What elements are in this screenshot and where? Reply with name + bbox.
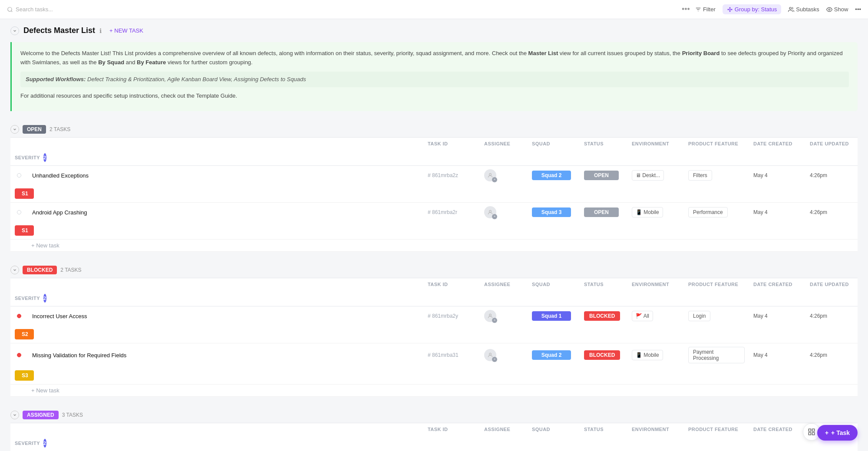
avatar[interactable] [484, 310, 496, 322]
search-input[interactable]: Search tasks... [16, 6, 53, 13]
task-name: Unhandled Exceptions [32, 172, 89, 179]
table-row[interactable]: Android App Crashing # 861mrba2r Squad 3… [10, 203, 858, 240]
more-options-icon[interactable]: ••• [682, 5, 690, 14]
task-id-cell: # 861mrba2y [423, 309, 480, 323]
squad-badge: Squad 3 [532, 207, 571, 217]
collapse-toggle[interactable] [10, 26, 19, 35]
environment-cell[interactable]: 🚩 All [627, 307, 684, 325]
environment-cell[interactable]: 📱 Mobile [627, 346, 684, 364]
table-header-assigned: TASK ID ASSIGNEE SQUAD STATUS ENVIRONMEN… [10, 423, 858, 451]
by-squad-link[interactable]: By Squad [98, 59, 124, 66]
environment-badge: 📱 Mobile [632, 207, 663, 217]
task-name-cell[interactable]: Unhandled Exceptions [28, 169, 423, 182]
table-row[interactable]: Unhandled Exceptions # 861mrba2z Squad 2… [10, 166, 858, 203]
feature-cell[interactable]: Filters [684, 167, 749, 184]
col-task [28, 138, 423, 150]
floating-task-button[interactable]: + + Task [817, 425, 858, 441]
group-count-assigned: 3 TASKS [62, 412, 83, 418]
date-created: May 4 [753, 209, 768, 215]
date-created: May 4 [753, 352, 768, 358]
status-badge: OPEN [584, 207, 619, 217]
col-severity: SEVERITY 2 [10, 290, 28, 306]
svg-point-14 [489, 353, 492, 356]
squad-cell[interactable]: Squad 3 [528, 204, 580, 221]
severity-badge: S1 [15, 225, 34, 236]
filter-button[interactable]: Filter [695, 6, 716, 13]
date-updated-cell: 4:26pm [805, 169, 858, 182]
svg-point-8 [731, 9, 732, 10]
col-assignee: ASSIGNEE [480, 138, 528, 150]
squad-badge: Squad 2 [532, 171, 571, 180]
task-name-cell[interactable]: Android App Crashing [28, 206, 423, 219]
environment-badge: 📱 Mobile [632, 350, 663, 360]
feature-badge: Filters [688, 170, 712, 181]
environment-badge: 🚩 All [632, 311, 653, 321]
col-assignee: ASSIGNEE [480, 423, 528, 435]
svg-point-5 [729, 7, 730, 8]
status-cell[interactable]: BLOCKED [580, 308, 627, 324]
group-toggle-blocked[interactable] [10, 266, 19, 274]
task-checkbox[interactable] [10, 349, 28, 361]
task-id-cell: # 861mrba2z [423, 169, 480, 182]
avatar[interactable] [484, 169, 496, 181]
date-created-cell: May 4 [749, 169, 805, 182]
col-status: STATUS [580, 138, 627, 150]
feature-cell[interactable]: Payment Processing [684, 343, 749, 367]
assignee-cell[interactable] [480, 346, 528, 365]
table-row[interactable]: Missing Validation for Required Fields #… [10, 343, 858, 385]
master-list-link[interactable]: Master List [528, 50, 558, 56]
groups-container: OPEN 2 TASKS TASK ID ASSIGNEE SQUAD STAT… [10, 122, 858, 451]
group-toggle-open[interactable] [10, 125, 19, 134]
col-env: ENVIRONMENT [627, 423, 684, 435]
search-container[interactable]: Search tasks... [7, 6, 677, 13]
group-toggle-assigned[interactable] [10, 411, 19, 419]
task-checkbox[interactable] [10, 310, 28, 322]
new-task-row[interactable]: + New task [10, 240, 858, 252]
workflows-label: Supported Workflows: [26, 76, 87, 82]
status-cell[interactable]: OPEN [580, 204, 627, 221]
status-badge: OPEN [584, 171, 619, 180]
avatar[interactable] [484, 349, 496, 361]
col-task-id: TASK ID [423, 138, 480, 150]
task-name-cell[interactable]: Incorrect User Access [28, 309, 423, 323]
date-updated-cell: 4:26pm [805, 349, 858, 362]
task-checkbox[interactable] [10, 170, 28, 181]
assignee-cell[interactable] [480, 306, 528, 326]
feature-cell[interactable]: Login [684, 307, 749, 325]
plus-icon: + [825, 429, 828, 436]
feature-cell[interactable]: Performance [684, 204, 749, 221]
assignee-cell[interactable] [480, 203, 528, 222]
topbar-actions: Filter Group by: Status Subtasks Show ••… [695, 4, 861, 14]
date-created-cell: May 4 [749, 349, 805, 362]
col-check [10, 423, 28, 435]
task-label: + Task [831, 429, 850, 436]
group-count-blocked: 2 TASKS [60, 267, 81, 273]
priority-board-link[interactable]: Priority Board [682, 50, 720, 56]
info-icon[interactable]: ℹ [99, 27, 102, 34]
svg-point-7 [728, 9, 729, 10]
extra-options[interactable]: ••• [855, 6, 861, 13]
squad-cell[interactable]: Squad 1 [528, 308, 580, 324]
task-name-cell[interactable]: Missing Validation for Required Fields [28, 349, 423, 362]
status-badge: BLOCKED [584, 311, 620, 321]
col-status: STATUS [580, 423, 627, 435]
status-cell[interactable]: OPEN [580, 167, 627, 184]
task-checkbox[interactable] [10, 207, 28, 218]
col-severity: SEVERITY 2 [10, 150, 28, 165]
status-cell[interactable]: BLOCKED [580, 347, 627, 363]
subtasks-button[interactable]: Subtasks [788, 6, 819, 13]
environment-cell[interactable]: 🖥 Deskt... [627, 167, 684, 184]
table-row[interactable]: Incorrect User Access # 861mrba2y Squad … [10, 306, 858, 343]
workflows-list: Defect Tracking & Prioritization, Agile … [87, 76, 306, 82]
new-task-row[interactable]: + New task [10, 385, 858, 397]
avatar[interactable] [484, 206, 496, 218]
squad-cell[interactable]: Squad 2 [528, 347, 580, 363]
show-button[interactable]: Show [826, 6, 848, 13]
new-task-button[interactable]: + NEW TASK [106, 26, 147, 35]
assignee-cell[interactable] [480, 166, 528, 185]
by-feature-link[interactable]: By Feature [137, 59, 166, 66]
group-by-button[interactable]: Group by: Status [723, 4, 782, 14]
environment-cell[interactable]: 📱 Mobile [627, 204, 684, 221]
date-updated: 4:26pm [810, 172, 827, 178]
squad-cell[interactable]: Squad 2 [528, 167, 580, 184]
